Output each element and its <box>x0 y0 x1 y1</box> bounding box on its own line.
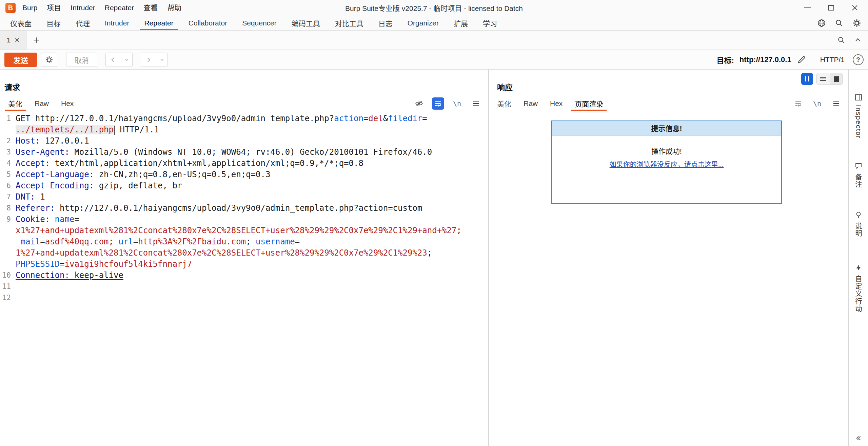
response-pane-title: 响应 <box>497 81 848 93</box>
main-tab-代理[interactable]: 代理 <box>68 16 97 30</box>
menu-项目[interactable]: 项目 <box>42 0 66 16</box>
sidebar-expand-button[interactable] <box>855 434 862 442</box>
sidebar-item-notes[interactable]: 备注 <box>853 162 863 188</box>
word-wrap-button[interactable] <box>792 97 804 110</box>
editor-line-9[interactable]: mail=asdf%40qq.com; url=http%3A%2F%2Fbai… <box>0 236 488 247</box>
line-number: 9 <box>0 214 14 225</box>
response-tabs-row: 美化RawHex页面渲染 \n <box>489 96 848 111</box>
search-button[interactable] <box>835 19 844 27</box>
send-settings-button[interactable] <box>41 53 57 67</box>
menu-Burp[interactable]: Burp <box>18 0 42 16</box>
sidebar-item-docs[interactable]: 说明 <box>853 211 863 237</box>
history-forward-dropdown[interactable] <box>156 53 167 67</box>
main-tab-扩展[interactable]: 扩展 <box>446 16 475 30</box>
editor-line-3[interactable]: 3User-Agent: Mozilla/5.0 (Windows NT 10.… <box>0 147 488 158</box>
response-tab-Hex[interactable]: Hex <box>544 96 569 111</box>
tab-close-icon[interactable]: × <box>15 36 19 44</box>
toolbar-divider <box>812 55 812 65</box>
response-pane: 响应 美化RawHex页面渲染 \n <box>489 70 848 446</box>
history-forward-button[interactable] <box>141 53 156 67</box>
editor-line-9[interactable]: 1%27+and+updatexml%281%2Cconcat%280x7e%2… <box>0 247 488 259</box>
settings-button[interactable] <box>852 19 861 27</box>
inspector-icon <box>854 93 863 101</box>
show-newlines-button[interactable]: \n <box>451 97 463 110</box>
response-menu-button[interactable] <box>830 97 842 110</box>
response-tab-美化[interactable]: 美化 <box>491 96 517 111</box>
sidebar-item-inspector[interactable]: Inspector <box>854 93 863 139</box>
main-tab-Intruder[interactable]: Intruder <box>97 16 137 30</box>
editor-line-5[interactable]: 5Accept-Language: zh-CN,zh;q=0.8,en-US;q… <box>0 169 488 180</box>
line-number <box>0 236 14 247</box>
collapse-button[interactable] <box>854 36 862 44</box>
request-editor[interactable]: 1GET http://127.0.0.1/haiyangcms/upload/… <box>0 113 488 303</box>
request-tab-美化[interactable]: 美化 <box>2 96 28 111</box>
sidebar-item-label: 自定义行动 <box>853 275 863 313</box>
editor-line-1[interactable]: 1GET http://127.0.0.1/haiyangcms/upload/… <box>0 113 488 124</box>
repeater-tab-bar: 1 × + <box>0 31 868 50</box>
word-wrap-button[interactable] <box>432 97 444 110</box>
hide-nonprintable-button[interactable] <box>413 97 425 110</box>
menu-Intruder[interactable]: Intruder <box>66 0 100 16</box>
pause-icon <box>805 76 806 81</box>
main-tab-仪表盘[interactable]: 仪表盘 <box>3 16 39 30</box>
show-newlines-button[interactable]: \n <box>811 97 823 110</box>
editor-line-4[interactable]: 4Accept: text/html,application/xhtml+xml… <box>0 158 488 169</box>
maximize-button[interactable] <box>826 3 836 13</box>
close-button[interactable] <box>850 3 860 13</box>
menu-Repeater[interactable]: Repeater <box>100 0 139 16</box>
word-wrap-icon <box>794 99 802 108</box>
main-tab-日志[interactable]: 日志 <box>371 16 400 30</box>
main-tab-bar-right <box>817 16 868 30</box>
main-tab-Sequencer[interactable]: Sequencer <box>235 16 284 30</box>
request-pane-title: 请求 <box>4 81 488 93</box>
history-back-dropdown[interactable] <box>121 53 132 67</box>
pause-button[interactable] <box>801 73 813 85</box>
repeater-tab-1[interactable]: 1 × <box>0 31 26 50</box>
editor-line-10[interactable]: 10Connection: keep-alive <box>0 270 488 281</box>
globe-button[interactable] <box>817 19 826 27</box>
right-sidebar: Inspector 备注 说明 自定义行动 <box>848 70 868 446</box>
globe-icon <box>817 19 826 27</box>
split-layout-button[interactable] <box>817 73 830 85</box>
main-tab-学习[interactable]: 学习 <box>475 16 505 30</box>
main-tab-Collaborator[interactable]: Collaborator <box>181 16 235 30</box>
main-tab-Organizer[interactable]: Organizer <box>400 16 446 30</box>
word-wrap-icon <box>434 99 442 108</box>
menu-查看[interactable]: 查看 <box>139 0 162 16</box>
sidebar-item-custom-actions[interactable]: 自定义行动 <box>853 264 863 313</box>
rendered-link[interactable]: 如果你的浏览器没反应，请点击这里... <box>610 161 724 168</box>
main-tab-编码工具[interactable]: 编码工具 <box>284 16 328 30</box>
menu-bar-items: Burp项目IntruderRepeater查看帮助 <box>18 0 186 16</box>
response-tab-页面渲染[interactable]: 页面渲染 <box>569 96 609 111</box>
editor-line-12[interactable]: 12 <box>0 292 488 303</box>
request-tab-Raw[interactable]: Raw <box>28 96 55 111</box>
cancel-button[interactable]: 取消 <box>66 53 97 67</box>
http-version-toggle[interactable]: HTTP/1 <box>817 56 847 64</box>
editor-line-8[interactable]: 8Referer: http://127.0.0.1/haiyangcms/up… <box>0 203 488 214</box>
editor-line-6[interactable]: 6Accept-Encoding: gzip, deflate, br <box>0 180 488 191</box>
main-tab-Repeater[interactable]: Repeater <box>137 16 181 30</box>
request-menu-button[interactable] <box>470 97 482 110</box>
line-number: 8 <box>0 203 14 214</box>
request-tab-Hex[interactable]: Hex <box>55 96 80 111</box>
main-tab-对比工具[interactable]: 对比工具 <box>328 16 371 30</box>
editor-line-9[interactable]: PHPSESSID=iva1gi9hcfouf5l4ki5fnnarj7 <box>0 259 488 270</box>
edit-target-button[interactable] <box>797 55 806 64</box>
editor-line-1[interactable]: ../templets/../1.php HTTP/1.1 <box>0 124 488 135</box>
history-back-button[interactable] <box>106 53 121 67</box>
single-layout-button[interactable] <box>830 73 843 85</box>
send-button[interactable]: 发送 <box>4 53 37 67</box>
line-number: 7 <box>0 191 14 203</box>
main-tab-目标[interactable]: 目标 <box>39 16 68 30</box>
response-tab-Raw[interactable]: Raw <box>517 96 544 111</box>
search-tabs-button[interactable] <box>837 36 846 44</box>
editor-line-11[interactable]: 11 <box>0 281 488 292</box>
editor-line-9[interactable]: 9Cookie: name= <box>0 214 488 225</box>
help-icon[interactable]: ? <box>853 54 864 65</box>
add-tab-button[interactable]: + <box>33 35 40 45</box>
editor-line-7[interactable]: 7DNT: 1 <box>0 191 488 203</box>
editor-line-9[interactable]: x1%27+and+updatexml%281%2Cconcat%280x7e%… <box>0 225 488 236</box>
menu-帮助[interactable]: 帮助 <box>162 0 186 16</box>
editor-line-2[interactable]: 2Host: 127.0.0.1 <box>0 135 488 147</box>
minimize-button[interactable] <box>802 3 812 13</box>
